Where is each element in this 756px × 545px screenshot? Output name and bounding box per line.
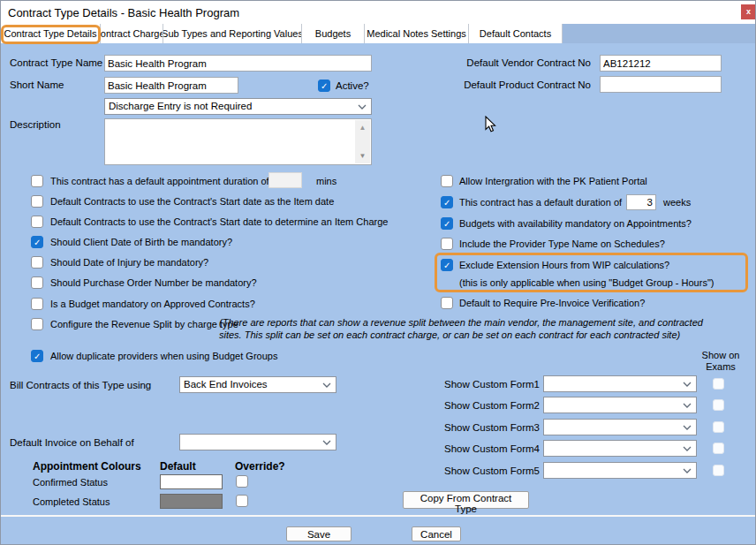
- custom-form5-label: Show Custom Form5: [442, 466, 540, 476]
- invoice-behalf-label: Default Invoice on Behalf of: [10, 437, 134, 448]
- contract-type-name-label: Contract Type Name: [10, 57, 102, 68]
- copy-from-contract-type-button[interactable]: Copy From Contract Type: [403, 491, 529, 509]
- exclude-extension-checkbox[interactable]: [441, 259, 453, 271]
- pre-invoice-label: Default to Require Pre-Invoice Verificat…: [459, 298, 645, 308]
- chevron-down-icon: [683, 382, 692, 387]
- short-name-label: Short Name: [10, 79, 64, 90]
- default-column-header: Default: [160, 460, 196, 473]
- footer-divider: [1, 515, 755, 517]
- custom-form1-show-on-exams-checkbox[interactable]: [713, 378, 724, 390]
- invoice-behalf-dropdown[interactable]: [179, 434, 336, 450]
- default-duration-suffix: weeks: [663, 197, 691, 208]
- custom-form2-dropdown[interactable]: [543, 397, 697, 413]
- default-product-contract-label: Default Product Contract No: [442, 79, 591, 90]
- short-name-input[interactable]: [104, 77, 238, 94]
- tab-budgets[interactable]: Budgets: [302, 24, 365, 43]
- duplicate-providers-label: Allow duplicate providers when using Bud…: [50, 351, 277, 361]
- appt-duration-checkbox[interactable]: [31, 175, 43, 187]
- default-duration-input[interactable]: [626, 194, 656, 210]
- close-button[interactable]: x: [741, 4, 756, 19]
- custom-form3-show-on-exams-checkbox[interactable]: [713, 421, 724, 433]
- scroll-up-icon[interactable]: ▲: [355, 120, 370, 135]
- dob-mandatory-checkbox[interactable]: [31, 236, 43, 248]
- custom-form2-show-on-exams-checkbox[interactable]: [713, 399, 724, 411]
- custom-form4-dropdown[interactable]: [543, 440, 697, 457]
- po-mandatory-checkbox[interactable]: [31, 276, 43, 289]
- completed-status-label: Completed Status: [33, 496, 110, 507]
- confirmed-override-checkbox[interactable]: [236, 475, 248, 488]
- completed-status-colour-swatch[interactable]: [160, 494, 223, 509]
- start-date-charge-checkbox[interactable]: [31, 216, 43, 228]
- custom-form5-show-on-exams-checkbox[interactable]: [713, 465, 724, 476]
- pre-invoice-checkbox[interactable]: [441, 297, 453, 309]
- textarea-scrollbar[interactable]: ▲ ▼: [355, 120, 370, 163]
- revenue-split-label: Configure the Revenue Split by charge ty…: [50, 319, 238, 329]
- show-on-exams-header-line2: Exams: [699, 361, 743, 372]
- revenue-split-note-line2: sites. This split can be set on each con…: [219, 329, 680, 340]
- chevron-down-icon: [683, 403, 692, 408]
- start-date-item-checkbox[interactable]: [31, 195, 43, 208]
- scroll-down-icon[interactable]: ▼: [355, 148, 370, 163]
- contract-type-details-dialog: Contract Type Details - Basic Health Pro…: [0, 0, 756, 545]
- chevron-down-icon: [358, 104, 367, 110]
- custom-form3-label: Show Custom Form3: [442, 422, 540, 433]
- revenue-split-checkbox[interactable]: [31, 318, 43, 330]
- default-vendor-contract-label: Default Vendor Contract No: [442, 57, 591, 68]
- description-label: Description: [10, 119, 61, 130]
- save-button[interactable]: Save: [286, 526, 352, 541]
- injury-mandatory-label: Should Date of Injury be mandatory?: [50, 257, 208, 268]
- override-column-header: Override?: [235, 460, 285, 473]
- default-duration-checkbox[interactable]: [441, 196, 453, 208]
- custom-form1-dropdown[interactable]: [543, 375, 697, 392]
- budgets-availability-label: Budgets with availability mandatory on A…: [459, 218, 692, 229]
- chevron-down-icon: [322, 440, 331, 445]
- dob-mandatory-label: Should Client Date of Birth be mandatory…: [50, 237, 232, 247]
- chevron-down-icon: [322, 382, 331, 388]
- budget-mandatory-label: Is a Budget mandatory on Approved Contra…: [50, 299, 255, 309]
- appt-duration-suffix: mins: [316, 176, 336, 186]
- duplicate-providers-checkbox[interactable]: [31, 350, 43, 362]
- provider-type-name-checkbox[interactable]: [441, 238, 453, 250]
- pk-portal-checkbox[interactable]: [441, 175, 453, 187]
- budget-mandatory-checkbox[interactable]: [31, 298, 43, 310]
- default-duration-label: This contract has a default duration of: [459, 197, 622, 208]
- tab-medical-notes-settings[interactable]: Medical Notes Settings: [365, 24, 469, 43]
- bill-contracts-value: Back End Invoices: [184, 379, 268, 390]
- active-checkbox[interactable]: [318, 79, 330, 92]
- custom-form3-dropdown[interactable]: [543, 419, 697, 435]
- tab-sub-types-reporting-values[interactable]: Sub Types and Reporting Values: [163, 24, 302, 43]
- chevron-down-icon: [683, 446, 692, 451]
- exclude-extension-note: (this is only applicable when using "Bud…: [459, 277, 714, 288]
- cancel-button[interactable]: Cancel: [412, 526, 461, 541]
- description-textarea[interactable]: ▲ ▼: [104, 118, 372, 165]
- appt-duration-input[interactable]: [268, 172, 302, 188]
- contract-type-name-input[interactable]: [104, 55, 372, 72]
- tab-contract-charges[interactable]: Contract Charges: [101, 24, 163, 43]
- bill-contracts-dropdown[interactable]: Back End Invoices: [179, 376, 336, 393]
- custom-form5-dropdown[interactable]: [543, 462, 697, 479]
- title-bar: Contract Type Details - Basic Health Pro…: [1, 1, 755, 24]
- custom-form4-label: Show Custom Form4: [442, 443, 540, 454]
- show-on-exams-header-line1: Show on: [699, 350, 743, 360]
- tab-strip: Contract Type Details Contract Charges S…: [1, 24, 755, 43]
- confirmed-status-colour-swatch[interactable]: [160, 474, 223, 489]
- completed-override-checkbox[interactable]: [236, 495, 248, 507]
- po-mandatory-label: Should Purchase Order Number be mandator…: [50, 277, 257, 288]
- injury-mandatory-checkbox[interactable]: [31, 256, 43, 269]
- appointment-colours-header: Appointment Colours: [33, 460, 141, 473]
- mouse-cursor: [485, 116, 496, 133]
- tab-default-contacts[interactable]: Default Contacts: [469, 24, 563, 43]
- provider-type-name-label: Include the Provider Type Name on Schedu…: [459, 238, 665, 249]
- revenue-split-note-line1: (There are reports that can show a reven…: [219, 317, 703, 328]
- budgets-availability-checkbox[interactable]: [441, 217, 453, 230]
- appt-duration-label: This contract has a default appointment …: [50, 176, 269, 186]
- chevron-down-icon: [683, 468, 692, 473]
- default-product-contract-input[interactable]: [600, 76, 722, 93]
- tab-contract-type-details[interactable]: Contract Type Details: [1, 24, 101, 43]
- custom-form4-show-on-exams-checkbox[interactable]: [713, 443, 724, 454]
- active-label: Active?: [336, 80, 369, 91]
- discharge-entry-dropdown[interactable]: Discharge Entry is not Required: [104, 98, 372, 115]
- discharge-entry-value: Discharge Entry is not Required: [109, 101, 252, 111]
- default-vendor-contract-input[interactable]: [600, 55, 722, 72]
- confirmed-status-label: Confirmed Status: [33, 477, 108, 488]
